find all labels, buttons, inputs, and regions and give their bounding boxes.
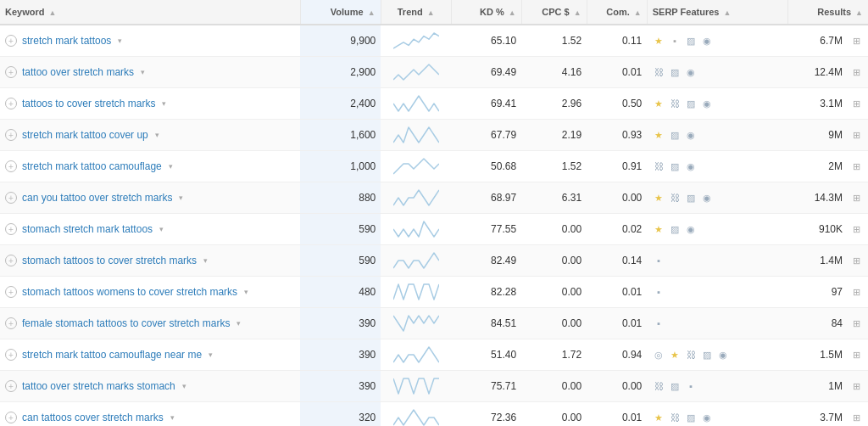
cpc-cell: 1.52	[521, 25, 587, 57]
keyword-text[interactable]: tattoo over stretch marks stomach	[22, 380, 175, 392]
keyword-dropdown-arrow[interactable]: ▾	[159, 225, 164, 233]
keyword-text[interactable]: tattoo over stretch marks	[22, 66, 134, 78]
add-keyword-icon[interactable]: +	[5, 98, 17, 109]
table-row: + stretch mark tattoo camouflage near me…	[0, 339, 868, 371]
header-cpc[interactable]: CPC $ ▲	[521, 0, 587, 25]
keyword-text[interactable]: female stomach tattoos to cover stretch …	[22, 317, 230, 329]
header-keyword[interactable]: Keyword ▲	[0, 0, 300, 25]
export-icon[interactable]: ⊞	[849, 285, 863, 299]
com-cell: 0.00	[587, 371, 647, 402]
serp-icon-image: ▨	[668, 379, 682, 393]
serp-icon-video: ◉	[700, 191, 714, 205]
keyword-text[interactable]: stomach stretch mark tattoos	[22, 223, 153, 235]
export-icon[interactable]: ⊞	[849, 128, 863, 142]
header-com[interactable]: Com. ▲	[587, 0, 647, 25]
add-keyword-icon[interactable]: +	[5, 223, 17, 235]
results-value: 1M	[828, 380, 843, 392]
export-icon[interactable]: ⊞	[849, 254, 863, 267]
add-keyword-icon[interactable]: +	[5, 129, 17, 141]
trend-sparkline	[386, 377, 446, 395]
results-cell-td: 14.3M ⊞	[787, 182, 868, 214]
keyword-dropdown-arrow[interactable]: ▾	[162, 99, 166, 108]
volume-value: 320	[359, 412, 376, 423]
trend-cell	[381, 57, 451, 88]
keyword-text[interactable]: stomach tattoos to cover stretch marks	[22, 255, 197, 266]
add-keyword-icon[interactable]: +	[5, 286, 17, 298]
add-keyword-icon[interactable]: +	[5, 380, 17, 392]
keyword-text[interactable]: stretch mark tattoos	[22, 35, 111, 47]
com-cell: 0.02	[587, 214, 647, 245]
keyword-dropdown-arrow[interactable]: ▾	[179, 193, 183, 202]
add-keyword-icon[interactable]: +	[5, 160, 17, 172]
table-header-row: Keyword ▲ Volume ▲ Trend ▲ KD % ▲ CPC $ …	[0, 0, 868, 25]
keyword-dropdown-arrow[interactable]: ▾	[182, 382, 186, 390]
com-value: 0.94	[622, 349, 642, 361]
keyword-dropdown-arrow[interactable]: ▾	[236, 319, 241, 328]
add-keyword-icon[interactable]: +	[5, 35, 17, 47]
keyword-dropdown-arrow[interactable]: ▾	[118, 36, 122, 45]
add-keyword-icon[interactable]: +	[5, 192, 17, 204]
export-icon[interactable]: ⊞	[849, 97, 863, 110]
add-keyword-icon[interactable]: +	[5, 255, 17, 266]
com-cell: 0.50	[587, 88, 647, 120]
table-row: + stomach tattoos womens to cover stretc…	[0, 277, 868, 308]
results-cell-td: 1.4M ⊞	[787, 245, 868, 277]
add-keyword-icon[interactable]: +	[5, 317, 17, 329]
volume-cell: 1,600	[300, 120, 381, 151]
volume-cell: 2,400	[300, 88, 381, 120]
volume-value: 2,400	[350, 98, 376, 109]
keyword-dropdown-arrow[interactable]: ▾	[170, 413, 175, 422]
add-keyword-icon[interactable]: +	[5, 412, 17, 423]
sort-icon-results: ▲	[855, 8, 863, 17]
keyword-text[interactable]: stretch mark tattoo cover up	[22, 129, 148, 141]
keyword-cell: + female stomach tattoos to cover stretc…	[0, 308, 300, 339]
header-serp[interactable]: SERP Features ▲	[647, 0, 787, 25]
export-icon[interactable]: ⊞	[849, 34, 863, 48]
serp-icons-container: ★▨◉	[652, 222, 782, 236]
results-cell-td: 97 ⊞	[787, 277, 868, 308]
header-kd[interactable]: KD % ▲	[451, 0, 521, 25]
export-icon[interactable]: ⊞	[849, 222, 863, 236]
export-icon[interactable]: ⊞	[849, 317, 863, 330]
export-icon[interactable]: ⊞	[849, 191, 863, 205]
results-cell-td: 1M ⊞	[787, 371, 868, 402]
keyword-dropdown-arrow[interactable]: ▾	[244, 288, 248, 296]
kd-cell: 84.51	[451, 308, 521, 339]
add-keyword-icon[interactable]: +	[5, 349, 17, 361]
table-row: + can tattoos cover stretch marks ▾ 320 …	[0, 402, 868, 427]
volume-cell: 9,900	[300, 25, 381, 57]
keyword-text[interactable]: can you tattoo over stretch marks	[22, 192, 172, 204]
keyword-dropdown-arrow[interactable]: ▾	[155, 131, 159, 139]
keyword-text[interactable]: stomach tattoos womens to cover stretch …	[22, 286, 237, 298]
keyword-cell: + tattoos to cover stretch marks ▾	[0, 88, 300, 120]
add-keyword-icon[interactable]: +	[5, 66, 17, 78]
sort-icon-cpc: ▲	[574, 8, 581, 17]
sort-icon-volume: ▲	[368, 8, 376, 17]
volume-value: 590	[359, 255, 376, 266]
keyword-dropdown-arrow[interactable]: ▾	[169, 162, 173, 171]
serp-icons-container: ★▨◉	[652, 128, 782, 142]
keyword-dropdown-arrow[interactable]: ▾	[203, 256, 208, 265]
export-icon[interactable]: ⊞	[849, 379, 863, 393]
keyword-dropdown-arrow[interactable]: ▾	[209, 350, 213, 359]
cpc-cell: 0.00	[521, 277, 587, 308]
export-icon[interactable]: ⊞	[849, 65, 863, 79]
keyword-dropdown-arrow[interactable]: ▾	[141, 68, 145, 76]
header-trend[interactable]: Trend ▲	[381, 0, 451, 25]
kd-cell: 65.10	[451, 25, 521, 57]
export-icon[interactable]: ⊞	[849, 160, 863, 173]
keyword-text[interactable]: stretch mark tattoo camouflage near me	[22, 349, 202, 361]
volume-value: 9,900	[350, 35, 376, 47]
serp-cell: ▪	[647, 245, 787, 277]
keyword-text[interactable]: stretch mark tattoo camouflage	[22, 160, 162, 172]
serp-cell: ★⛓▨◉	[647, 402, 787, 427]
export-icon[interactable]: ⊞	[849, 348, 863, 362]
kd-cell: 68.97	[451, 182, 521, 214]
header-volume[interactable]: Volume ▲	[300, 0, 381, 25]
keyword-text[interactable]: can tattoos cover stretch marks	[22, 412, 164, 423]
export-icon[interactable]: ⊞	[849, 411, 863, 424]
header-results[interactable]: Results ▲	[787, 0, 868, 25]
keyword-text[interactable]: tattoos to cover stretch marks	[22, 98, 155, 109]
serp-icon-star: ★	[652, 34, 665, 48]
volume-value: 390	[359, 380, 376, 392]
